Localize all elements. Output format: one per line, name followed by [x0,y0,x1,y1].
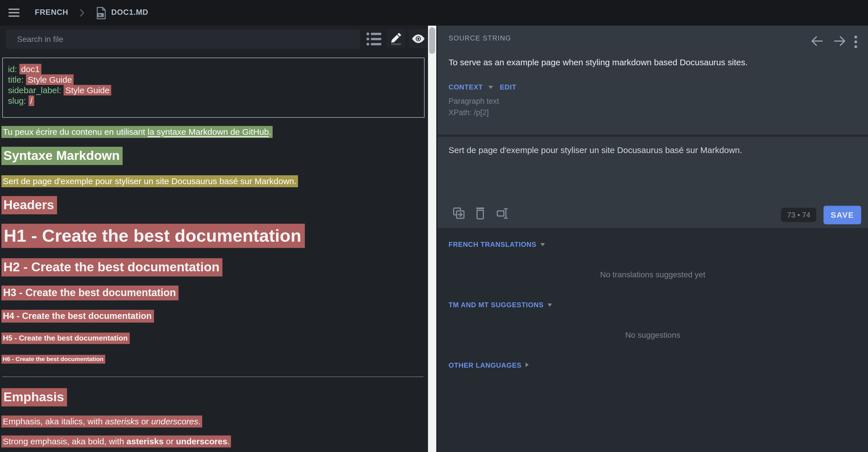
string-h2-headers[interactable]: Headers [1,196,57,214]
intro-link-text: la syntaxe Markdown de GitHub [148,127,269,136]
frontmatter-value-string[interactable]: Style Guide [26,74,73,85]
translations-empty-text: No translations suggested yet [437,270,868,279]
frontmatter-line: slug: / [8,95,424,106]
delete-translation-button[interactable] [475,207,485,221]
intro-text: Tu peux écrire du contenu en utilisant [3,127,148,136]
frontmatter-key: sidebar_label: [8,86,64,95]
editor-scrollbar-thumb[interactable] [429,27,435,54]
frontmatter-value-string[interactable]: / [29,95,34,106]
string-heading-h3[interactable]: H3 - Create the best documentation [1,286,179,300]
context-edit-button[interactable]: EDIT [500,83,517,91]
edit-mode-button[interactable] [387,29,405,48]
suggestions-empty-text: No suggestions [437,331,868,340]
source-string-section: SOURCE STRING To serve as an example pag… [437,26,868,134]
string-heading-h4[interactable]: H4 - Create the best documentation [1,310,154,323]
translation-panel: SOURCE STRING To serve as an example pag… [437,26,868,452]
markdown-horizontal-rule [2,377,424,377]
frontmatter-key: title: [8,75,26,84]
more-options-button[interactable] [854,35,858,50]
translation-input-section: Sert de page d'exemple pour styliser un … [437,137,868,228]
breadcrumb-project[interactable]: FRENCH [35,8,68,17]
frontmatter-key: id: [8,64,20,74]
pencil-icon [390,32,402,45]
breadcrumb-file[interactable]: DOC1.MD [111,8,148,17]
list-view-button[interactable] [366,32,381,46]
frontmatter-value-string[interactable]: Style Guide [64,85,111,95]
intro-period: . [269,127,271,136]
context-xpath-text: XPath: /p[2] [448,108,489,117]
editor-scrollbar-track [428,26,436,452]
eye-icon [412,34,425,43]
frontmatter-line: title: Style Guide [8,74,424,85]
expand-triangle-icon [526,362,529,368]
other-languages-header[interactable]: OTHER LANGUAGES [448,361,529,369]
text-cursor-icon [496,207,509,221]
string-emphasis-italic[interactable]: Emphasis, aka italics, with asterisks or… [1,416,202,427]
save-button[interactable]: SAVE [824,206,861,224]
context-type-text: Paragraph text [448,97,499,106]
preview-mode-button[interactable] [409,29,428,48]
trash-icon [475,207,485,220]
context-toggle[interactable]: CONTEXT [448,83,483,91]
suggestions-section: FRENCH TRANSLATIONS No translations sugg… [437,228,868,452]
frontmatter-key: slug: [8,96,29,105]
topbar: FRENCH M↓ DOC1.MD [0,0,868,26]
string-intro-paragraph[interactable]: Tu peux écrire du contenu en utilisant l… [1,126,273,138]
arrow-left-icon [811,36,823,46]
collapse-triangle-icon [548,303,552,308]
markdown-file-icon: M↓ [96,7,106,21]
string-heading-h1[interactable]: H1 - Create the best documentation [1,224,305,248]
collapse-triangle-icon [540,242,545,247]
string-h2-syntax[interactable]: Syntaxe Markdown [1,147,123,165]
character-counter-badge: 73 • 74 [781,208,816,222]
kebab-menu-icon [854,35,858,49]
french-translations-header[interactable]: FRENCH TRANSLATIONS [448,240,545,249]
string-h2-emphasis[interactable]: Emphasis [1,388,67,407]
string-emphasis-bold[interactable]: Strong emphasis, aka bold, with asterisk… [1,435,231,447]
string-heading-h2[interactable]: H2 - Create the best documentation [1,258,222,277]
tm-mt-suggestions-header[interactable]: TM AND MT SUGGESTIONS [448,301,552,309]
copy-source-icon [453,207,465,220]
frontmatter-value-string[interactable]: doc1 [20,64,41,74]
svg-text:M↓: M↓ [98,13,103,17]
frontmatter-line: sidebar_label: Style Guide [8,85,424,95]
context-dropdown-icon[interactable] [489,85,493,90]
string-active-paragraph[interactable]: Sert de page d'exemple pour styliser un … [1,175,298,187]
arrow-right-icon [834,36,845,46]
file-editor-panel: id: doc1 title: Style Guide sidebar_labe… [0,26,437,452]
search-input[interactable] [6,30,360,49]
clear-translation-button[interactable] [496,207,509,222]
source-string-text: To serve as an example page when styling… [448,58,748,67]
frontmatter-line: id: doc1 [8,64,424,74]
source-string-label: SOURCE STRING [448,34,511,42]
string-heading-h5[interactable]: H5 - Create the best documentation [1,332,130,344]
next-string-button[interactable] [834,36,845,47]
string-heading-h6[interactable]: H6 - Create the best documentation [1,355,105,364]
copy-source-button[interactable] [453,207,465,221]
previous-string-button[interactable] [811,36,823,47]
frontmatter-code-block: id: doc1 title: Style Guide sidebar_labe… [2,58,425,118]
chevron-right-icon [80,9,84,18]
list-view-icon [366,32,381,46]
translation-input[interactable]: Sert de page d'exemple pour styliser un … [448,146,854,155]
hamburger-menu-icon[interactable] [8,8,20,17]
app: FRENCH M↓ DOC1.MD [0,0,868,452]
